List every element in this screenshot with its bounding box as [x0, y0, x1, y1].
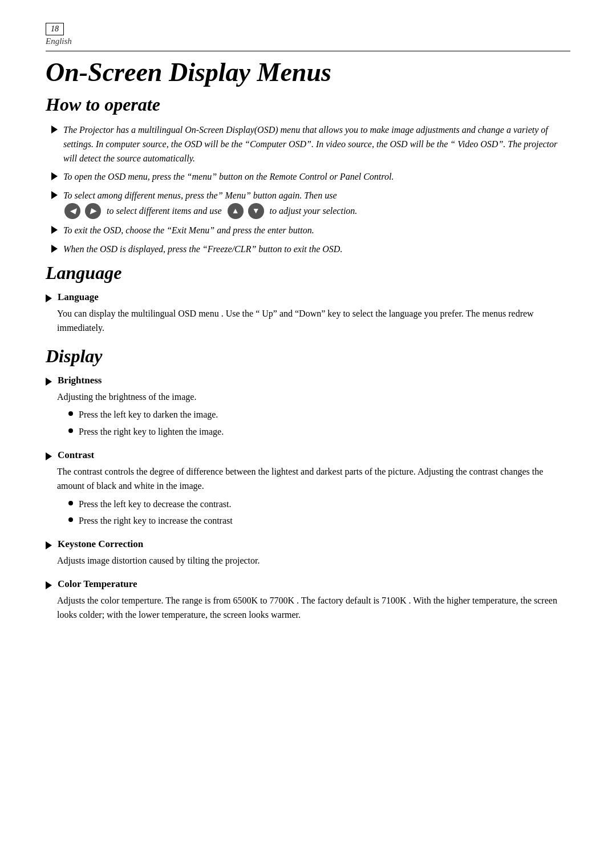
- bullet-item-5: When the OSD is displayed, press the “Fr…: [46, 242, 570, 257]
- contrast-bullets: Press the left key to decrease the contr…: [46, 497, 570, 528]
- main-title: On-Screen Display Menus: [46, 57, 570, 87]
- bullet-item-4: To exit the OSD, choose the “Exit Menu” …: [46, 224, 570, 238]
- nav-down-arrow: ▼: [248, 203, 264, 219]
- bullet-text-3: To select among different menus, press t…: [63, 189, 357, 219]
- bullet-item-1: The Projector has a multilingual On-Scre…: [46, 123, 570, 165]
- top-divider: [46, 51, 570, 51]
- subsection-keystone-header: Keystone Correction: [46, 539, 570, 550]
- brightness-bullet-2: Press the right key to lighten the image…: [68, 424, 570, 439]
- subsection-color-temp-body: Adjusts the color temperture. The range …: [46, 593, 570, 622]
- subsection-contrast: Contrast The contrast controls the degre…: [46, 450, 570, 528]
- triangle-icon-3: [51, 191, 58, 199]
- triangle-icon-language: [46, 294, 52, 302]
- triangle-icon-2: [51, 172, 58, 180]
- subsection-language-title: Language: [58, 292, 99, 303]
- bullet-item-3: To select among different menus, press t…: [46, 189, 570, 219]
- display-title: Display: [46, 346, 570, 367]
- subsection-language-body: You can display the multilingual OSD men…: [46, 306, 570, 335]
- nav-left-arrow: ◀: [64, 203, 80, 219]
- bullet-text-4: To exit the OSD, choose the “Exit Menu” …: [63, 224, 314, 238]
- dot-2: [68, 428, 73, 433]
- subsection-keystone-body: Adjusts image distortion caused by tilti…: [46, 553, 570, 568]
- subsection-color-temp-header: Color Temperature: [46, 578, 570, 590]
- dot-1: [68, 411, 73, 416]
- brightness-bullet-1: Press the left key to darken the image.: [68, 407, 570, 422]
- page-language: English: [46, 37, 570, 46]
- subsection-contrast-title: Contrast: [58, 450, 94, 461]
- subsection-brightness-header: Brightness: [46, 375, 570, 386]
- triangle-icon-1: [51, 126, 58, 133]
- dot-4: [68, 517, 73, 522]
- triangle-icon-brightness: [46, 378, 52, 386]
- how-to-operate-title: How to operate: [46, 94, 570, 115]
- triangle-icon-5: [51, 245, 58, 253]
- subsection-keystone-title: Keystone Correction: [58, 539, 143, 550]
- dot-3: [68, 501, 73, 505]
- bullet-item-2: To open the OSD menu, press the “menu” b…: [46, 170, 570, 184]
- subsection-contrast-header: Contrast: [46, 450, 570, 461]
- triangle-icon-color-temp: [46, 581, 52, 589]
- subsection-brightness: Brightness Adjusting the brightness of t…: [46, 375, 570, 439]
- subsection-language-header: Language: [46, 292, 570, 303]
- subsection-keystone: Keystone Correction Adjusts image distor…: [46, 539, 570, 568]
- subsection-brightness-body: Adjusting the brightness of the image.: [46, 390, 570, 404]
- subsection-color-temp-title: Color Temperature: [58, 578, 137, 590]
- bullet-text-5: When the OSD is displayed, press the “Fr…: [63, 242, 342, 257]
- bullet-text-1: The Projector has a multilingual On-Scre…: [63, 123, 570, 165]
- page-number-box: 18: [46, 23, 64, 35]
- triangle-icon-4: [51, 226, 58, 234]
- subsection-color-temp: Color Temperature Adjusts the color temp…: [46, 578, 570, 622]
- triangle-icon-keystone: [46, 541, 52, 549]
- triangle-icon-contrast: [46, 452, 52, 460]
- subsection-brightness-title: Brightness: [58, 375, 102, 386]
- contrast-bullet-1: Press the left key to decrease the contr…: [68, 497, 570, 512]
- subsection-contrast-body: The contrast controls the degree of diff…: [46, 464, 570, 493]
- brightness-bullets: Press the left key to darken the image. …: [46, 407, 570, 439]
- nav-up-arrow: ▲: [228, 203, 244, 219]
- display-section: Display Brightness Adjusting the brightn…: [46, 346, 570, 622]
- bullet-text-2: To open the OSD menu, press the “menu” b…: [63, 170, 394, 184]
- subsection-language: Language You can display the multilingua…: [46, 292, 570, 335]
- nav-right-arrow: ▶: [85, 203, 101, 219]
- language-title: Language: [46, 262, 570, 284]
- contrast-bullet-2: Press the right key to increase the cont…: [68, 513, 570, 528]
- how-to-operate-bullets: The Projector has a multilingual On-Scre…: [46, 123, 570, 257]
- language-subsections: Language You can display the multilingua…: [46, 292, 570, 335]
